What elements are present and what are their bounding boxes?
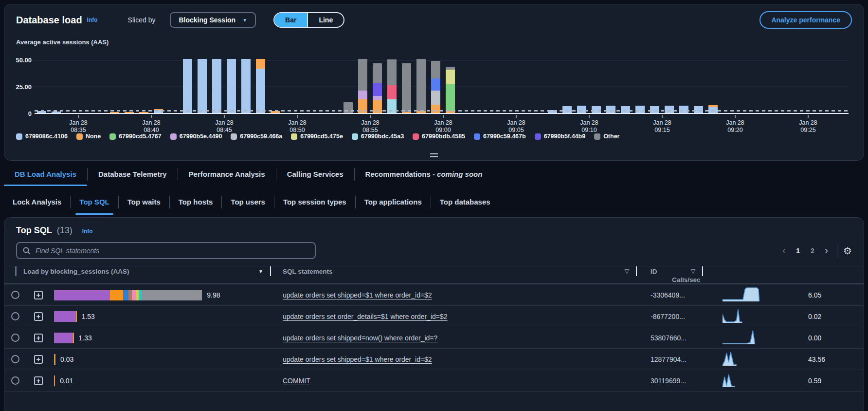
chart-bar[interactable]	[416, 59, 426, 113]
page-2-button[interactable]: 2	[805, 247, 820, 255]
page-1-button[interactable]: 1	[791, 247, 805, 255]
column-divider[interactable]	[702, 266, 703, 276]
subtab-top-session-types[interactable]: Top session types	[274, 189, 355, 215]
column-header-load[interactable]: Load by blocking_sessions (AAS) ▼	[4, 266, 271, 276]
tab-calling-services[interactable]: Calling Services	[276, 163, 354, 186]
chart-bar[interactable]	[52, 112, 61, 113]
chart-bar[interactable]	[431, 61, 440, 113]
expand-row-icon[interactable]	[34, 355, 43, 364]
legend-item-67990bdc-45a3[interactable]: 67990bdc.45a3	[352, 133, 404, 140]
expand-row-icon[interactable]	[34, 312, 43, 321]
chart-bar[interactable]	[212, 59, 221, 113]
expand-row-icon[interactable]	[34, 291, 43, 299]
chart-bar[interactable]	[592, 106, 601, 113]
bar-segment-s1	[227, 59, 236, 113]
chart-bar[interactable]	[665, 106, 674, 113]
sort-icon-id[interactable]: ▽	[691, 268, 695, 275]
chart-bar[interactable]	[577, 106, 586, 113]
sql-statement-link[interactable]: update orders set shipped=$1 where order…	[283, 291, 432, 299]
chart-bar[interactable]	[402, 63, 411, 113]
chart-bar[interactable]	[183, 59, 192, 113]
legend-item-67990bdb-4585[interactable]: 67990bdb.4585	[413, 133, 465, 140]
sql-cell: update orders set shipped=now() where or…	[271, 334, 637, 342]
chart-bar[interactable]	[679, 106, 688, 113]
top-sql-info-link[interactable]: Info	[82, 228, 93, 235]
chart-bar[interactable]	[708, 105, 718, 113]
search-input[interactable]	[36, 247, 309, 255]
table-settings-button[interactable]: ⚙	[843, 245, 852, 257]
subtab-top-hosts[interactable]: Top hosts	[170, 189, 222, 215]
load-bar-segment	[132, 290, 136, 300]
legend-item-67990b5f-44b9[interactable]: 67990b5f.44b9	[535, 133, 585, 140]
legend-item-none[interactable]: None	[76, 133, 101, 140]
row-radio-button[interactable]	[11, 355, 19, 363]
column-header-sql[interactable]: SQL statements ▽	[271, 266, 637, 276]
chart-legend: 6799086c.4106None67990cd5.476767990b5e.4…	[16, 133, 852, 140]
row-radio-button[interactable]	[11, 376, 19, 385]
sort-desc-icon[interactable]: ▼	[258, 269, 263, 274]
resize-handle-icon[interactable]	[430, 153, 438, 157]
subtab-top-applications[interactable]: Top applications	[356, 189, 431, 215]
row-radio-button[interactable]	[11, 291, 19, 299]
legend-item-67990cd5-4767[interactable]: 67990cd5.4767	[109, 133, 162, 140]
legend-label: 67990b5f.44b9	[544, 133, 585, 140]
chart-bar[interactable]	[606, 106, 615, 113]
chart-bar[interactable]	[125, 112, 134, 113]
tab-performance-analysis[interactable]: Performance Analysis	[178, 163, 276, 186]
tab-recommendations[interactable]: Recommendations - coming soon	[355, 163, 493, 186]
column-header-id[interactable]: ID ▽	[637, 266, 703, 276]
row-radio-button[interactable]	[11, 312, 19, 320]
expand-row-icon[interactable]	[34, 376, 43, 385]
legend-item-67990b5e-4490[interactable]: 67990b5e.4490	[170, 133, 222, 140]
expand-row-icon[interactable]	[34, 334, 43, 342]
subtab-top-waits[interactable]: Top waits	[119, 189, 169, 215]
sql-statement-link[interactable]: update orders set shipped=$1 where order…	[283, 355, 432, 363]
chart-bar[interactable]	[635, 106, 645, 113]
subtab-top-databases[interactable]: Top databases	[431, 189, 499, 215]
chart-bar[interactable]	[241, 59, 251, 113]
legend-item-67990cd5-475e[interactable]: 67990cd5.475e	[291, 133, 343, 140]
tick-mark	[297, 115, 298, 118]
chart-bar[interactable]	[139, 112, 148, 113]
chart-bar[interactable]	[227, 59, 236, 113]
toggle-line-option[interactable]: Line	[307, 13, 344, 27]
toggle-bar-option[interactable]: Bar	[274, 13, 307, 27]
chart-bar[interactable]	[446, 67, 455, 113]
db-load-info-link[interactable]: Info	[87, 17, 98, 23]
chart-bar[interactable]	[373, 63, 382, 113]
prev-page-button[interactable]: ‹	[778, 243, 791, 258]
x-tick: Jan 2808:40	[132, 115, 171, 134]
bar-segment-s1	[52, 112, 61, 113]
chart-bar[interactable]	[650, 106, 659, 113]
chart-bar[interactable]	[358, 59, 367, 113]
legend-item-67990c59-466a[interactable]: 67990c59.466a	[231, 133, 282, 140]
sub-tabs: Lock AnalysisTop SQLTop waitsTop hostsTo…	[4, 189, 864, 215]
subtab-top-sql[interactable]: Top SQL	[71, 189, 118, 215]
legend-item-67990c59-467b[interactable]: 67990c59.467b	[474, 133, 526, 140]
chart-bar[interactable]	[256, 59, 265, 113]
analyze-performance-button[interactable]: Analyze performance	[760, 11, 852, 29]
subtab-top-users[interactable]: Top users	[222, 189, 274, 215]
next-page-button[interactable]: ›	[820, 243, 833, 258]
chart-bar[interactable]	[198, 59, 207, 113]
sort-icon-sql[interactable]: ▽	[625, 268, 629, 275]
chart-bar[interactable]	[387, 59, 397, 113]
legend-item-other[interactable]: Other	[594, 133, 619, 140]
subtab-lock-analysis[interactable]: Lock Analysis	[4, 189, 70, 215]
sql-statement-link[interactable]: update orders set shipped=now() where or…	[283, 334, 437, 342]
slice-dropdown[interactable]: Blocking Session ▼	[170, 12, 256, 28]
column-resize-handle[interactable]	[15, 266, 17, 276]
performance-insights-page: Database load Info Sliced by Blocking Se…	[0, 0, 868, 411]
chart-bar[interactable]	[110, 112, 119, 113]
sql-statement-link[interactable]: update orders set order_details=$1 where…	[283, 313, 448, 320]
chart-bar[interactable]	[562, 106, 572, 113]
max-vcpu-dashed-line	[35, 110, 849, 112]
tab-db-load-analysis[interactable]: DB Load Analysis	[4, 163, 87, 186]
row-radio-button[interactable]	[11, 334, 19, 342]
tab-database-telemetry[interactable]: Database Telemetry	[88, 163, 178, 186]
legend-item-6799086c-4106[interactable]: 6799086c.4106	[16, 133, 68, 140]
column-header-calls[interactable]: Calls/sec	[637, 276, 864, 283]
sql-statement-link[interactable]: COMMIT	[283, 377, 310, 385]
chart-bar[interactable]	[694, 106, 703, 113]
chart-bar[interactable]	[621, 106, 630, 113]
